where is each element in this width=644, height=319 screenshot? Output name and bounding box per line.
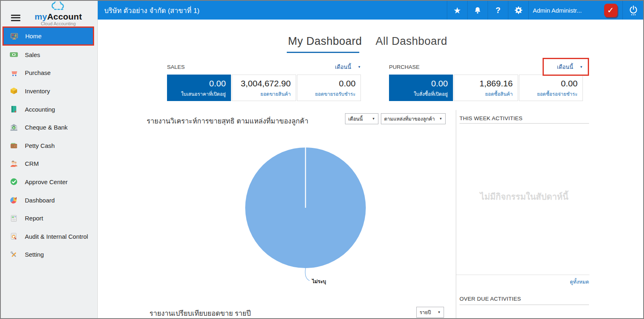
sidebar-item-setting[interactable]: Setting bbox=[1, 246, 98, 264]
bell-icon bbox=[473, 6, 482, 15]
chevron-down-icon: ▼ bbox=[358, 65, 361, 69]
yearly-sales-period-select[interactable]: รายปี▼ bbox=[416, 307, 444, 318]
notifications-button[interactable] bbox=[467, 1, 488, 20]
sidebar-item-purchase[interactable]: Purchase bbox=[1, 64, 98, 82]
sidebar-item-crm[interactable]: CRM bbox=[1, 155, 98, 173]
kpi-value: 1,869.16 bbox=[459, 79, 512, 88]
sales-open-quotations-card[interactable]: 0.00 ใบเสนอราคาที่เปิดอยู่ bbox=[167, 75, 231, 101]
kpi-value: 0.00 bbox=[172, 79, 226, 88]
sidebar-item-label: Dashboard bbox=[25, 197, 55, 204]
sidebar-item-label: CRM bbox=[25, 160, 39, 167]
sidebar-item-label: Inventory bbox=[25, 88, 50, 95]
sales-pending-payment-card[interactable]: 0.00 ยอดขายรอรับชำระ bbox=[297, 75, 361, 101]
inventory-icon bbox=[10, 87, 18, 95]
sidebar-item-inventory[interactable]: Inventory bbox=[1, 82, 98, 100]
sidebar-item-petty-cash[interactable]: Petty Cash bbox=[1, 136, 98, 155]
sidebar-item-label: Report bbox=[25, 215, 43, 222]
overdue-activities-title: OVER DUE ACTIVITIES bbox=[459, 296, 521, 302]
purchase-icon bbox=[10, 69, 18, 77]
sidebar-item-accounting[interactable]: Accounting bbox=[1, 100, 98, 119]
petty-cash-icon bbox=[10, 141, 18, 150]
logo-tagline: Cloud Accounting bbox=[24, 21, 93, 26]
sales-analysis-period-select[interactable]: เดือนนี้▼ bbox=[345, 113, 378, 124]
view-all-link[interactable]: ดูทั้งหมด bbox=[459, 278, 589, 286]
purchase-amount-card[interactable]: 1,869.16 ยอดซื้อสินค้า bbox=[454, 75, 518, 101]
sales-icon bbox=[10, 51, 18, 59]
topbar: บริษัท ตัวอย่าง จำกัด (สาขาที่ 1) ★ ? bbox=[98, 1, 644, 20]
kpi-label: ใบสั่งซื้อที่เปิดอยู่ bbox=[394, 90, 448, 98]
purchase-pending-payment-card[interactable]: 0.00 ยอดซื้อรอจ่ายชำระ bbox=[519, 75, 583, 101]
sidebar-item-sales[interactable]: Sales bbox=[1, 46, 98, 64]
logo-text: myAccount bbox=[24, 12, 93, 21]
sales-analysis-group-select[interactable]: ตามแหล่งที่มาของลูกค้า▼ bbox=[381, 113, 446, 124]
purchase-open-orders-card[interactable]: 0.00 ใบสั่งซื้อที่เปิดอยู่ bbox=[389, 75, 453, 101]
yearly-sales-title: รายงานเปรียบเทียบยอดขาย รายปี bbox=[149, 308, 251, 319]
sidebar-item-label: Audit & Internal Control bbox=[25, 233, 88, 240]
sidebar-item-label: Setting bbox=[25, 251, 44, 258]
kpi-value: 3,004,672.90 bbox=[237, 79, 290, 88]
kpi-label: ใบเสนอราคาที่เปิดอยู่ bbox=[172, 90, 226, 98]
select-value: ตามแหล่งที่มาของลูกค้า bbox=[384, 115, 435, 123]
select-value: รายปี bbox=[420, 308, 431, 316]
prosoft-app-badge-icon: ✓ bbox=[604, 4, 618, 17]
chevron-down-icon: ▼ bbox=[439, 117, 442, 121]
sidebar-item-approve-center[interactable]: Approve Center bbox=[1, 173, 98, 191]
sales-period-value: เดือนนี้ bbox=[335, 64, 351, 70]
sidebar-item-dashboard[interactable]: Dashboard bbox=[1, 191, 98, 209]
favorites-button[interactable]: ★ bbox=[447, 1, 467, 20]
kpi-label: ยอดขายรอรับชำระ bbox=[302, 90, 356, 98]
sidebar: myAccount Cloud Accounting Home bbox=[1, 1, 98, 318]
user-name: Admin Administr... bbox=[533, 7, 582, 14]
sidebar-item-label: Sales bbox=[25, 51, 40, 58]
hamburger-menu-icon[interactable] bbox=[11, 13, 20, 22]
this-week-activities-title: THIS WEEK ACTIVITIES bbox=[459, 115, 523, 121]
sidebar-item-home[interactable]: Home bbox=[2, 26, 94, 46]
settings-button[interactable] bbox=[508, 1, 528, 20]
report-icon: $ bbox=[10, 214, 18, 222]
purchase-kpi-cards: 0.00 ใบสั่งซื้อที่เปิดอยู่ 1,869.16 ยอดซ… bbox=[389, 75, 583, 101]
kpi-value: 0.00 bbox=[524, 79, 578, 88]
tab-all-dashboard[interactable]: All Dashboard bbox=[376, 35, 447, 48]
crm-icon bbox=[10, 160, 18, 168]
sales-kpi-header: SALES เดือนนี้▼ bbox=[167, 62, 361, 72]
app-window: myAccount Cloud Accounting Home bbox=[0, 0, 644, 319]
kpi-label: ยอดขายสินค้า bbox=[237, 90, 290, 98]
user-menu[interactable]: Admin Administr... bbox=[528, 1, 599, 20]
dashboard-icon bbox=[10, 196, 18, 204]
sales-amount-card[interactable]: 3,004,672.90 ยอดขายสินค้า bbox=[232, 75, 296, 101]
sidebar-item-label: Cheque & Bank bbox=[25, 124, 68, 131]
sidebar-item-audit[interactable]: Audit & Internal Control bbox=[1, 227, 98, 246]
cloud-icon bbox=[49, 2, 68, 11]
help-button[interactable]: ? bbox=[488, 1, 508, 20]
sidebar-item-label: Approve Center bbox=[25, 178, 68, 185]
sidebar-item-label: Accounting bbox=[25, 106, 55, 113]
customer-source-pie-chart bbox=[229, 135, 392, 290]
no-activities-message: ไม่มีกิจกรรมในสัปดาห์นี้ bbox=[459, 190, 589, 203]
sales-kpi-cards: 0.00 ใบเสนอราคาที่เปิดอยู่ 3,004,672.90 … bbox=[167, 75, 361, 101]
purchase-period-filter[interactable]: เดือนนี้▼ bbox=[557, 62, 583, 71]
kpi-label: ยอดซื้อรอจ่ายชำระ bbox=[524, 90, 578, 98]
star-icon: ★ bbox=[453, 6, 461, 15]
app-logo: myAccount Cloud Accounting bbox=[24, 2, 93, 26]
activities-panel: THIS WEEK ACTIVITIES ไม่มีกิจกรรมในสัปดา… bbox=[456, 110, 642, 318]
power-icon bbox=[629, 5, 638, 15]
pie-leader-line bbox=[305, 268, 310, 281]
topbar-actions: ★ ? bbox=[447, 1, 644, 20]
logout-button[interactable] bbox=[622, 1, 644, 20]
pie-slice-label: ไม่ระบุ bbox=[312, 277, 326, 285]
divider bbox=[459, 123, 589, 124]
select-value: เดือนนี้ bbox=[348, 115, 363, 123]
gear-icon bbox=[514, 6, 523, 15]
purchase-kpi-header: PURCHASE เดือนนี้▼ bbox=[389, 62, 583, 72]
chevron-down-icon: ▼ bbox=[372, 117, 375, 121]
sidebar-item-label: Purchase bbox=[25, 69, 51, 76]
sidebar-item-cheque-bank[interactable]: $ Cheque & Bank bbox=[1, 118, 98, 136]
divider bbox=[456, 275, 589, 275]
sidebar-item-label: Home bbox=[25, 33, 42, 40]
setting-icon bbox=[10, 251, 18, 259]
chevron-down-icon: ▼ bbox=[580, 65, 583, 69]
app-badge-cell: ✓ bbox=[599, 1, 622, 20]
sales-period-filter[interactable]: เดือนนี้▼ bbox=[335, 62, 361, 71]
sidebar-item-report[interactable]: $ Report bbox=[1, 209, 98, 227]
tab-my-dashboard[interactable]: My Dashboard bbox=[288, 35, 362, 48]
